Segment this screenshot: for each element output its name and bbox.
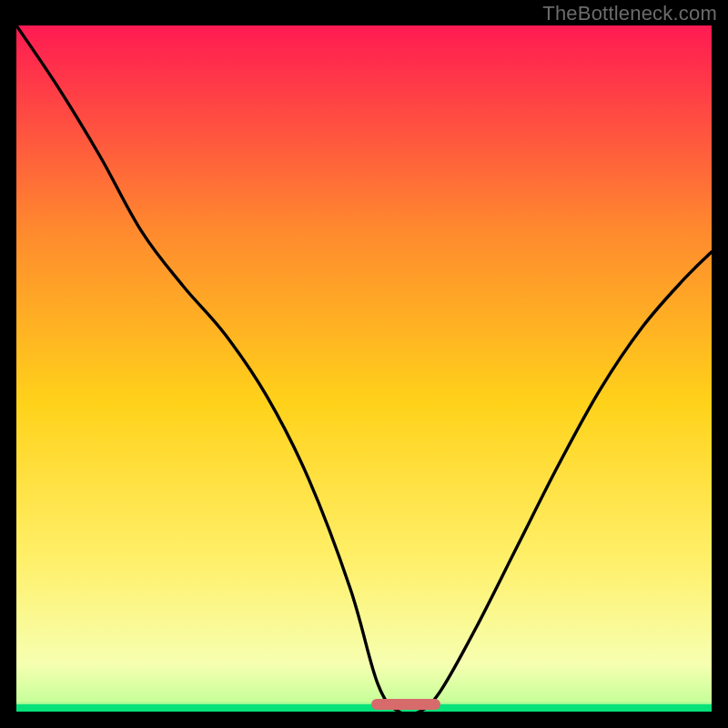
bottleneck-curve-path xyxy=(16,25,712,712)
watermark-text: TheBottleneck.com xyxy=(542,2,717,25)
curve-layer xyxy=(16,25,712,712)
plot-area xyxy=(16,25,712,712)
optimum-marker xyxy=(371,699,440,710)
chart-frame: TheBottleneck.com xyxy=(0,0,728,728)
